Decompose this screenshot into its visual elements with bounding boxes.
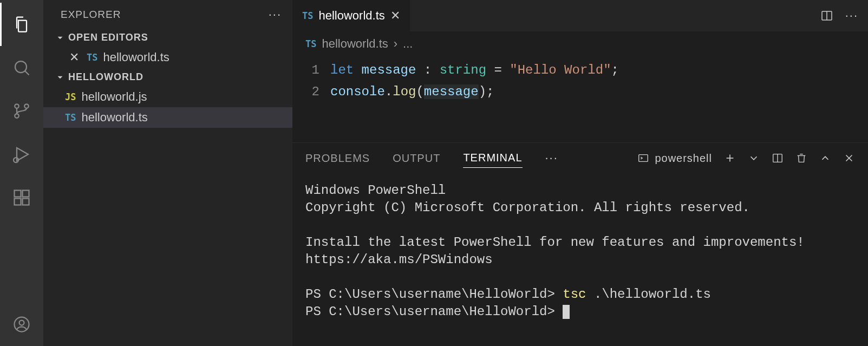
main-area: TS helloworld.ts ✕ ··· TS helloworld.ts … <box>292 0 868 346</box>
chevron-down-icon <box>55 33 65 43</box>
terminal[interactable]: Windows PowerShellCopyright (C) Microsof… <box>292 173 868 346</box>
open-editor-filename: helloworld.ts <box>103 50 169 64</box>
line-gutter: 1 2 <box>292 60 330 142</box>
new-terminal-icon[interactable] <box>724 152 736 164</box>
file-name: helloworld.ts <box>81 110 147 125</box>
ts-icon: TS <box>305 38 316 49</box>
tab-terminal[interactable]: TERMINAL <box>463 148 522 168</box>
open-editor-item[interactable]: ✕ TS helloworld.ts <box>43 47 292 68</box>
activity-extensions[interactable] <box>0 176 43 219</box>
editor-tabs: TS helloworld.ts ✕ ··· <box>292 0 868 31</box>
search-icon <box>12 58 31 77</box>
extensions-icon <box>12 188 31 207</box>
files-icon <box>12 15 31 34</box>
file-name: helloworld.js <box>81 90 147 104</box>
close-panel-icon[interactable] <box>843 152 855 164</box>
line-number: 1 <box>292 60 319 81</box>
breadcrumb-file: helloworld.ts <box>322 37 388 51</box>
explorer-sidebar: EXPLORER ··· OPEN EDITORS ✕ TS helloworl… <box>43 0 292 346</box>
tab-problems[interactable]: PROBLEMS <box>305 149 370 168</box>
chevron-down-icon <box>55 73 65 82</box>
activity-explorer[interactable] <box>0 3 43 46</box>
js-icon: JS <box>65 92 76 102</box>
workspace-label: HELLOWORLD <box>68 71 143 83</box>
tab-output[interactable]: OUTPUT <box>393 149 440 168</box>
ts-icon: TS <box>65 112 76 123</box>
svg-point-3 <box>15 114 19 118</box>
svg-point-4 <box>24 104 29 108</box>
activity-search[interactable] <box>0 46 43 89</box>
split-editor-icon[interactable] <box>820 9 833 22</box>
open-editors-label: OPEN EDITORS <box>68 32 148 43</box>
sidebar-more-icon[interactable]: ··· <box>269 8 282 22</box>
svg-point-11 <box>19 321 24 325</box>
workspace-section[interactable]: HELLOWORLD <box>43 68 292 87</box>
line-number: 2 <box>292 81 319 103</box>
file-item-ts[interactable]: TS helloworld.ts <box>43 107 292 128</box>
breadcrumb-extra: ... <box>403 37 413 51</box>
svg-rect-8 <box>23 199 29 205</box>
svg-rect-7 <box>15 199 21 205</box>
open-editors-section[interactable]: OPEN EDITORS <box>43 28 292 47</box>
shell-selector[interactable]: powershell <box>637 152 712 165</box>
svg-point-0 <box>15 61 27 73</box>
split-terminal-icon[interactable] <box>772 152 784 164</box>
bottom-panel: PROBLEMS OUTPUT TERMINAL ··· powershell … <box>292 142 868 346</box>
ts-icon: TS <box>302 10 313 21</box>
svg-rect-9 <box>23 191 29 197</box>
prompt-icon <box>637 152 649 164</box>
shell-name: powershell <box>655 152 712 165</box>
kill-terminal-icon[interactable] <box>795 152 807 164</box>
breadcrumb-sep: › <box>394 37 397 51</box>
maximize-panel-icon[interactable] <box>819 152 831 164</box>
sidebar-title: EXPLORER <box>61 9 121 21</box>
sidebar-header: EXPLORER ··· <box>43 0 292 28</box>
breadcrumb[interactable]: TS helloworld.ts › ... <box>292 31 868 53</box>
tab-label: helloworld.ts <box>318 9 384 23</box>
close-icon[interactable]: ✕ <box>67 50 81 64</box>
close-icon[interactable]: ✕ <box>390 9 400 23</box>
terminal-dropdown-icon[interactable] <box>748 152 760 164</box>
code-editor[interactable]: 1 2 let message : string = "Hello World"… <box>292 53 868 142</box>
tab-helloworld[interactable]: TS helloworld.ts ✕ <box>292 0 410 31</box>
code-body[interactable]: let message : string = "Hello World";con… <box>330 60 868 142</box>
panel-tab-row: PROBLEMS OUTPUT TERMINAL ··· powershell <box>292 143 868 173</box>
panel-overflow-icon[interactable]: ··· <box>545 151 558 165</box>
editor-more-icon[interactable]: ··· <box>845 9 858 23</box>
branch-icon <box>12 101 31 121</box>
activity-bar <box>0 0 43 346</box>
svg-rect-6 <box>15 191 21 197</box>
play-bug-icon <box>12 145 31 164</box>
svg-rect-14 <box>639 155 648 162</box>
account-icon <box>12 315 31 334</box>
activity-scm[interactable] <box>0 89 43 133</box>
ts-icon: TS <box>87 52 97 63</box>
svg-line-1 <box>25 71 29 75</box>
activity-account[interactable] <box>0 303 43 346</box>
file-item-js[interactable]: JS helloworld.js <box>43 87 292 107</box>
svg-point-2 <box>15 104 19 108</box>
activity-debug[interactable] <box>0 133 43 176</box>
